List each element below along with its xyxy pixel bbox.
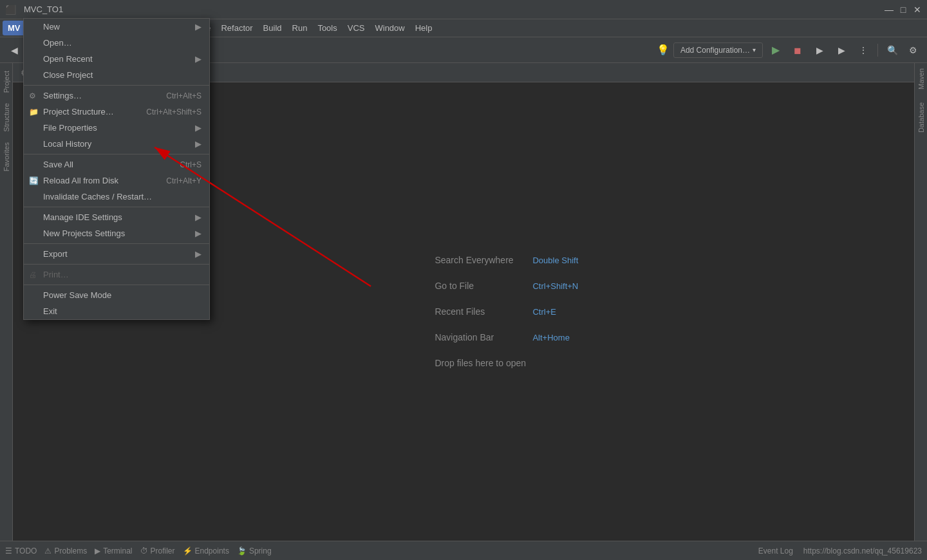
separator-a xyxy=(24,85,209,86)
menu-new-projects-settings[interactable]: New Projects Settings ▶ xyxy=(24,225,209,241)
menu-open-recent-arrow: ▶ xyxy=(195,54,201,64)
menu-new[interactable]: New ▶ xyxy=(24,19,209,35)
menu-power-save[interactable]: Power Save Mode xyxy=(24,287,209,303)
local-history-arrow: ▶ xyxy=(195,139,201,149)
separator-c xyxy=(24,207,209,207)
dropdown-overlay[interactable]: New ▶ Open… Open Recent ▶ Close Project … xyxy=(0,0,927,560)
export-arrow: ▶ xyxy=(195,249,201,259)
menu-manage-ide-settings[interactable]: Manage IDE Settings ▶ xyxy=(24,209,209,225)
reload-shortcut: Ctrl+Alt+Y xyxy=(166,176,201,185)
separator-b xyxy=(24,154,209,154)
project-structure-shortcut: Ctrl+Alt+Shift+S xyxy=(146,107,201,117)
menu-project-structure[interactable]: 📁 Project Structure… Ctrl+Alt+Shift+S xyxy=(24,104,209,120)
print-icon: 🖨 xyxy=(29,270,37,279)
file-props-arrow: ▶ xyxy=(195,123,201,133)
menu-file-properties[interactable]: File Properties ▶ xyxy=(24,120,209,136)
menu-close-project[interactable]: Close Project xyxy=(24,67,209,83)
menu-export[interactable]: Export ▶ xyxy=(24,246,209,262)
menu-save-all[interactable]: Save All Ctrl+S xyxy=(24,156,209,173)
menu-new-arrow: ▶ xyxy=(195,22,201,32)
settings-menu-icon: ⚙ xyxy=(29,91,36,100)
menu-settings[interactable]: ⚙ Settings… Ctrl+Alt+S xyxy=(24,88,209,104)
separator-d xyxy=(24,243,209,244)
project-structure-icon: 📁 xyxy=(29,107,39,117)
separator-f xyxy=(24,285,209,285)
reload-icon: 🔄 xyxy=(29,176,39,185)
menu-open[interactable]: Open… xyxy=(24,35,209,51)
manage-ide-arrow: ▶ xyxy=(195,212,201,222)
menu-local-history[interactable]: Local History ▶ xyxy=(24,136,209,152)
file-dropdown-menu: New ▶ Open… Open Recent ▶ Close Project … xyxy=(23,18,210,320)
settings-shortcut: Ctrl+Alt+S xyxy=(166,91,201,100)
save-all-shortcut: Ctrl+S xyxy=(180,160,201,169)
menu-reload-all[interactable]: 🔄 Reload All from Disk Ctrl+Alt+Y xyxy=(24,173,209,189)
separator-e xyxy=(24,264,209,265)
new-projects-arrow: ▶ xyxy=(195,229,201,238)
menu-invalidate-caches[interactable]: Invalidate Caches / Restart… xyxy=(24,189,209,205)
menu-exit[interactable]: Exit xyxy=(24,303,209,319)
menu-print: 🖨 Print… xyxy=(24,266,209,283)
menu-open-recent[interactable]: Open Recent ▶ xyxy=(24,51,209,67)
